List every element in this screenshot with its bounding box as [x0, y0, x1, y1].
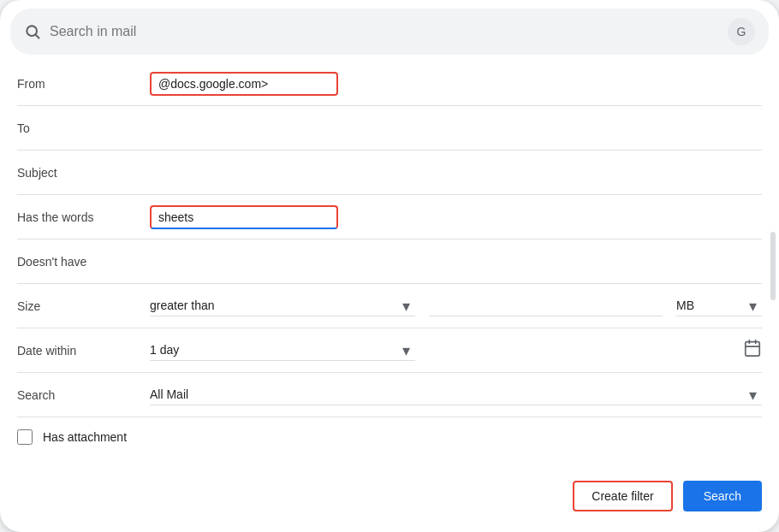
date-select-wrapper: 1 day 3 days 1 week 2 weeks 1 month 2 mo…: [150, 339, 762, 362]
search-in-select[interactable]: All Mail Inbox Starred Sent Drafts Spam …: [150, 384, 762, 405]
search-in-row: Search All Mail Inbox Starred Sent Draft…: [17, 373, 762, 417]
subject-input[interactable]: [150, 163, 762, 183]
size-type-select[interactable]: greater than less than: [150, 295, 415, 316]
size-type-wrapper: greater than less than ▾: [150, 295, 415, 316]
scrollbar: [770, 232, 776, 300]
size-number-input[interactable]: [429, 295, 663, 316]
has-attachment-row: Has attachment: [17, 417, 762, 453]
search-bar-container: G: [10, 9, 769, 55]
has-words-input[interactable]: [150, 205, 338, 229]
search-in-label: Search: [17, 388, 150, 402]
create-filter-button[interactable]: Create filter: [573, 481, 672, 511]
search-icon: [24, 23, 41, 40]
bottom-bar: Create filter Search: [0, 470, 779, 529]
date-type-wrapper: 1 day 3 days 1 week 2 weeks 1 month 2 mo…: [150, 340, 415, 361]
search-button[interactable]: Search: [683, 481, 762, 511]
svg-rect-2: [746, 342, 760, 357]
date-within-label: Date within: [17, 344, 150, 358]
size-unit-select[interactable]: MB KB Bytes: [676, 295, 762, 316]
from-row: From: [17, 62, 762, 106]
svg-line-1: [36, 35, 39, 38]
doesnt-have-label: Doesn't have: [17, 255, 150, 269]
has-attachment-label: Has attachment: [43, 430, 127, 444]
subject-label: Subject: [17, 166, 150, 180]
search-input[interactable]: [50, 24, 712, 39]
search-dialog: G From To Subject Has the words Doesn't …: [0, 0, 779, 532]
date-within-row: Date within 1 day 3 days 1 week 2 weeks …: [17, 328, 762, 373]
size-label: Size: [17, 299, 150, 313]
to-row: To: [17, 106, 762, 151]
doesnt-have-input[interactable]: [150, 251, 762, 272]
to-input[interactable]: [150, 118, 762, 139]
has-words-label: Has the words: [17, 210, 150, 224]
calendar-icon[interactable]: [743, 339, 762, 362]
doesnt-have-row: Doesn't have: [17, 239, 762, 284]
date-within-select[interactable]: 1 day 3 days 1 week 2 weeks 1 month 2 mo…: [150, 340, 415, 361]
subject-row: Subject: [17, 151, 762, 195]
from-label: From: [17, 77, 150, 91]
avatar-button[interactable]: G: [728, 18, 755, 45]
search-in-wrapper: All Mail Inbox Starred Sent Drafts Spam …: [150, 384, 762, 405]
search-form: From To Subject Has the words Doesn't ha…: [0, 55, 779, 470]
from-input[interactable]: [150, 72, 338, 96]
size-row: Size greater than less than ▾ MB KB Byte…: [17, 284, 762, 328]
size-unit-wrapper: MB KB Bytes ▾: [676, 295, 762, 316]
has-attachment-checkbox[interactable]: [17, 429, 33, 445]
to-label: To: [17, 121, 150, 135]
avatar: G: [737, 25, 746, 38]
has-words-row: Has the words: [17, 195, 762, 239]
